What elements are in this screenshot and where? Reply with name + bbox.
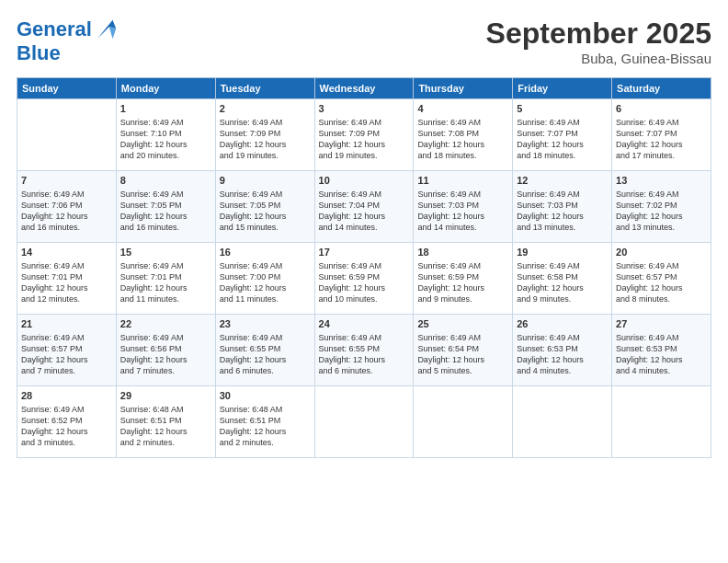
day-info: and 4 minutes. [616, 365, 707, 376]
calendar-week-5: 28Sunrise: 6:49 AMSunset: 6:52 PMDayligh… [17, 386, 711, 458]
calendar-cell: 13Sunrise: 6:49 AMSunset: 7:02 PMDayligh… [612, 171, 711, 243]
calendar-subtitle: Buba, Guinea-Bissau [486, 51, 711, 66]
calendar-week-1: 1Sunrise: 6:49 AMSunset: 7:10 PMDaylight… [17, 99, 711, 171]
logo: General Blue [17, 17, 119, 64]
day-info: and 13 minutes. [616, 222, 707, 233]
day-info: Sunrise: 6:49 AM [120, 189, 211, 200]
day-number: 1 [120, 102, 211, 116]
calendar-cell: 21Sunrise: 6:49 AMSunset: 6:57 PMDayligh… [17, 315, 117, 386]
calendar-week-3: 14Sunrise: 6:49 AMSunset: 7:01 PMDayligh… [17, 243, 711, 315]
day-info: and 13 minutes. [517, 222, 608, 233]
calendar-cell: 16Sunrise: 6:49 AMSunset: 7:00 PMDayligh… [215, 243, 314, 315]
day-info: Sunrise: 6:49 AM [417, 189, 508, 200]
day-info: Sunrise: 6:49 AM [220, 332, 311, 343]
day-info: Sunset: 6:55 PM [220, 343, 311, 354]
day-number: 27 [616, 317, 707, 331]
day-info: Sunset: 7:02 PM [616, 200, 707, 211]
day-info: Sunset: 7:09 PM [319, 128, 410, 139]
calendar-cell: 11Sunrise: 6:49 AMSunset: 7:03 PMDayligh… [414, 171, 513, 243]
day-info: Daylight: 12 hours [220, 354, 311, 365]
calendar-title: September 2025 [486, 17, 711, 51]
day-info: Sunset: 7:05 PM [120, 200, 211, 211]
day-info: Sunset: 6:53 PM [517, 343, 608, 354]
calendar-cell: 3Sunrise: 6:49 AMSunset: 7:09 PMDaylight… [314, 99, 414, 171]
calendar-week-2: 7Sunrise: 6:49 AMSunset: 7:06 PMDaylight… [17, 171, 711, 243]
day-info: and 18 minutes. [417, 150, 508, 161]
day-info: Sunset: 6:58 PM [517, 271, 608, 282]
day-info: Sunset: 7:01 PM [120, 271, 211, 282]
day-info: and 2 minutes. [120, 437, 211, 448]
day-info: and 17 minutes. [616, 150, 707, 161]
day-info: Daylight: 12 hours [319, 139, 410, 150]
day-info: and 11 minutes. [220, 293, 311, 304]
calendar-cell: 23Sunrise: 6:49 AMSunset: 6:55 PMDayligh… [215, 315, 314, 386]
day-info: Daylight: 12 hours [616, 354, 707, 365]
day-info: Daylight: 12 hours [120, 139, 211, 150]
day-info: and 10 minutes. [319, 293, 410, 304]
calendar-cell: 18Sunrise: 6:49 AMSunset: 6:59 PMDayligh… [414, 243, 513, 315]
day-info: Sunrise: 6:49 AM [517, 117, 608, 128]
logo-icon [94, 17, 119, 42]
day-info: and 16 minutes. [21, 222, 112, 233]
day-info: Daylight: 12 hours [616, 211, 707, 222]
day-info: Sunset: 6:54 PM [417, 343, 508, 354]
calendar-cell: 12Sunrise: 6:49 AMSunset: 7:03 PMDayligh… [513, 171, 612, 243]
calendar-cell: 22Sunrise: 6:49 AMSunset: 6:56 PMDayligh… [116, 315, 215, 386]
calendar-cell: 1Sunrise: 6:49 AMSunset: 7:10 PMDaylight… [116, 99, 215, 171]
day-number: 14 [21, 246, 112, 259]
day-number: 29 [120, 389, 211, 403]
day-number: 22 [120, 317, 211, 331]
day-info: Sunrise: 6:49 AM [220, 260, 311, 271]
calendar-cell: 8Sunrise: 6:49 AMSunset: 7:05 PMDaylight… [116, 171, 215, 243]
day-info: Sunrise: 6:49 AM [220, 117, 311, 128]
calendar-cell [314, 386, 414, 458]
day-info: Sunrise: 6:49 AM [517, 332, 608, 343]
day-number: 21 [21, 317, 112, 331]
day-info: Daylight: 12 hours [616, 139, 707, 150]
day-info: Daylight: 12 hours [220, 211, 311, 222]
day-info: Daylight: 12 hours [220, 282, 311, 293]
day-info: Sunrise: 6:48 AM [120, 404, 211, 415]
day-info: Daylight: 12 hours [21, 282, 112, 293]
calendar-cell: 25Sunrise: 6:49 AMSunset: 6:54 PMDayligh… [414, 315, 513, 386]
day-info: Sunset: 7:10 PM [120, 128, 211, 139]
day-number: 19 [517, 246, 608, 259]
day-info: and 15 minutes. [220, 222, 311, 233]
day-info: and 19 minutes. [220, 150, 311, 161]
calendar-cell [17, 99, 117, 171]
day-info: Sunset: 7:05 PM [220, 200, 311, 211]
day-number: 3 [319, 102, 410, 116]
day-info: and 6 minutes. [319, 365, 410, 376]
day-info: and 5 minutes. [417, 365, 508, 376]
day-number: 30 [220, 389, 311, 403]
weekday-header-saturday: Saturday [612, 78, 711, 99]
calendar-week-4: 21Sunrise: 6:49 AMSunset: 6:57 PMDayligh… [17, 315, 711, 386]
day-info: Sunrise: 6:49 AM [417, 117, 508, 128]
svg-marker-1 [109, 27, 116, 39]
logo-text: General [17, 18, 92, 40]
day-info: Sunrise: 6:49 AM [417, 332, 508, 343]
day-info: Sunset: 7:07 PM [616, 128, 707, 139]
day-info: Daylight: 12 hours [220, 426, 311, 437]
day-info: and 18 minutes. [517, 150, 608, 161]
day-info: Sunset: 6:51 PM [120, 415, 211, 426]
day-info: Sunset: 6:55 PM [319, 343, 410, 354]
day-info: Sunrise: 6:49 AM [21, 404, 112, 415]
day-info: Sunset: 6:56 PM [120, 343, 211, 354]
day-info: Sunset: 7:00 PM [220, 271, 311, 282]
calendar-cell [612, 386, 711, 458]
day-info: Sunset: 7:04 PM [319, 200, 410, 211]
calendar-cell: 30Sunrise: 6:48 AMSunset: 6:51 PMDayligh… [215, 386, 314, 458]
day-info: and 6 minutes. [220, 365, 311, 376]
page: General Blue September 2025 Buba, Guinea… [0, 0, 728, 563]
day-info: and 7 minutes. [120, 365, 211, 376]
day-number: 15 [120, 246, 211, 259]
day-number: 9 [220, 174, 311, 188]
day-info: Sunrise: 6:49 AM [517, 189, 608, 200]
day-number: 5 [517, 102, 608, 116]
day-info: Sunrise: 6:49 AM [616, 189, 707, 200]
weekday-header-thursday: Thursday [414, 78, 513, 99]
day-info: and 3 minutes. [21, 437, 112, 448]
calendar-table: SundayMondayTuesdayWednesdayThursdayFrid… [17, 77, 711, 458]
day-info: Sunrise: 6:49 AM [220, 189, 311, 200]
